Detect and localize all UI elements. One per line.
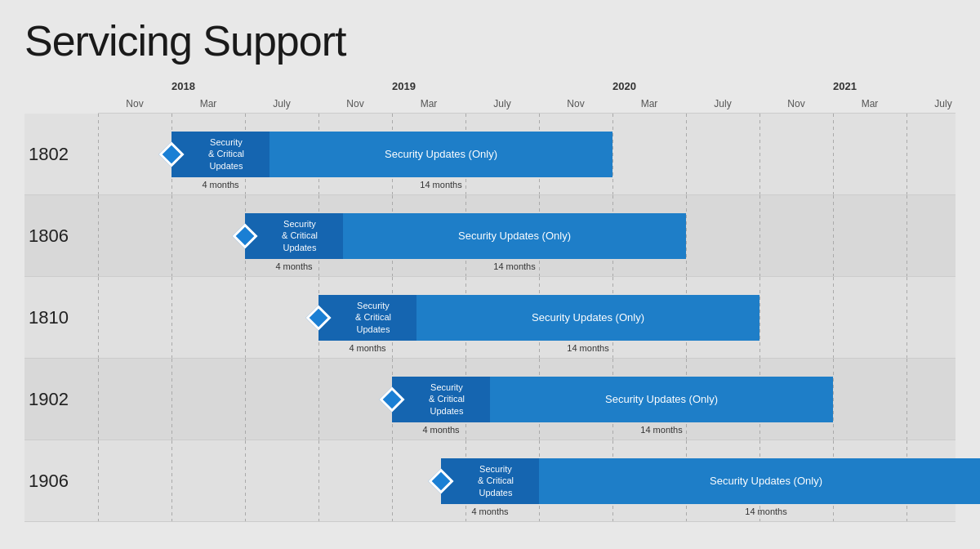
dur-sc-1802: 4 months [172, 180, 270, 190]
sc-label-1906: Security& CriticalUpdates [466, 463, 514, 498]
year-2021: 2021 [833, 80, 857, 92]
month-jul2: July [466, 98, 539, 109]
row-1902: 1902 Securi [24, 359, 956, 440]
row-1802: 1802 [24, 114, 956, 195]
row-1810: 1810 Securi [24, 277, 956, 359]
so-label-1806: Security Updates (Only) [458, 230, 571, 242]
sc-bar-1902: Security& CriticalUpdates [392, 377, 490, 422]
so-label-1810: Security Updates (Only) [532, 311, 644, 324]
version-1902: 1902 [24, 389, 98, 410]
track-1906: Security& CriticalUpdates Security Updat… [98, 440, 956, 521]
row-1906: 1906 Securi [24, 440, 956, 522]
so-bar-1810: Security Updates (Only) [416, 295, 760, 341]
month-nov1: Nov [98, 98, 172, 109]
sc-bar-1810: Security& CriticalUpdates [318, 295, 416, 341]
page-title: Servicing Support [24, 16, 956, 65]
diamond-1810 [305, 305, 331, 330]
chart-container: 2018 2019 2020 2021 Nov Mar July Nov Mar… [24, 80, 956, 522]
track-1810: Security& CriticalUpdates Security Updat… [98, 277, 956, 358]
month-jul4: July [906, 98, 980, 109]
month-nov3: Nov [539, 98, 612, 109]
month-jul3: July [686, 98, 760, 109]
row-1806: 1806 Securi [24, 195, 956, 277]
month-mar2: Mar [392, 98, 466, 109]
year-2018: 2018 [172, 80, 195, 92]
year-2020: 2020 [612, 80, 636, 92]
sc-label-1810: Security& CriticalUpdates [344, 300, 391, 335]
dur-sc-1902: 4 months [392, 425, 490, 435]
gantt-rows: 1802 [24, 114, 956, 522]
month-mar4: Mar [833, 98, 906, 109]
month-jul1: July [245, 98, 318, 109]
month-nov4: Nov [760, 98, 833, 109]
dur-so-1810: 14 months [416, 343, 760, 353]
year-2019: 2019 [392, 80, 416, 92]
sc-bar-1906: Security& CriticalUpdates [441, 458, 539, 504]
dur-so-1902: 14 months [490, 425, 833, 435]
dur-so-1906: 14 months [539, 507, 980, 516]
month-nov2: Nov [318, 98, 392, 109]
diamond-1802 [158, 141, 184, 167]
dur-so-1802: 14 months [270, 180, 612, 190]
diamond-1902 [379, 386, 404, 412]
month-header: Nov Mar July Nov Mar July Nov Mar July N… [98, 98, 956, 114]
diamond-1906 [428, 468, 453, 493]
track-1806: Security& CriticalUpdates Security Updat… [98, 195, 956, 276]
so-bar-1906: Security Updates (Only) [539, 458, 980, 504]
track-1802: Security& CriticalUpdates Security Updat… [98, 114, 956, 194]
sc-label-1802: Security& CriticalUpdates [197, 136, 244, 172]
diamond-1806 [232, 223, 257, 248]
sc-label-1806: Security& CriticalUpdates [270, 218, 318, 253]
version-1810: 1810 [24, 307, 98, 328]
dur-sc-1906: 4 months [441, 507, 539, 516]
version-1906: 1906 [24, 471, 98, 492]
sc-label-1902: Security& CriticalUpdates [417, 382, 465, 417]
page: Servicing Support 2018 2019 2020 2021 No… [0, 0, 980, 549]
sc-bar-1802: Security& CriticalUpdates [172, 132, 270, 177]
dur-sc-1810: 4 months [318, 343, 416, 353]
month-mar1: Mar [172, 98, 245, 109]
version-1802: 1802 [24, 144, 98, 165]
so-bar-1902: Security Updates (Only) [490, 377, 833, 422]
so-label-1902: Security Updates (Only) [605, 393, 718, 405]
sc-bar-1806: Security& CriticalUpdates [245, 213, 343, 259]
track-1902: Security& CriticalUpdates Security Updat… [98, 359, 956, 440]
year-labels-row: 2018 2019 2020 2021 [98, 80, 956, 98]
so-bar-1802: Security Updates (Only) [270, 132, 612, 177]
dur-so-1806: 14 months [343, 261, 686, 271]
so-label-1906: Security Updates (Only) [710, 475, 822, 487]
dur-sc-1806: 4 months [245, 261, 343, 271]
so-label-1802: Security Updates (Only) [385, 148, 497, 160]
so-bar-1806: Security Updates (Only) [343, 213, 686, 259]
version-1806: 1806 [24, 225, 98, 247]
month-mar3: Mar [612, 98, 686, 109]
